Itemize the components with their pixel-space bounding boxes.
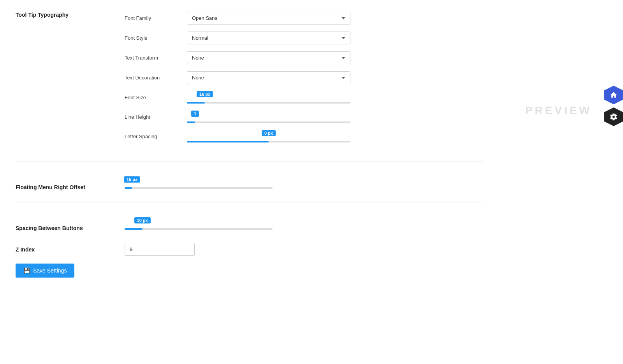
font-size-control: 16 px — [187, 91, 350, 104]
line-height-slider-container: 1 — [187, 111, 350, 123]
letter-spacing-control: 0 px — [187, 130, 350, 142]
text-decoration-select[interactable]: None Underline Overline Line-through — [187, 71, 350, 84]
line-height-label: Line Height — [125, 114, 187, 120]
line-height-control: 1 — [187, 111, 350, 123]
z-index-section: Z Index — [16, 243, 483, 256]
font-family-label: Font Family — [125, 15, 187, 21]
preview-text: PREVIEW — [525, 104, 592, 117]
spacing-buttons-label: Spacing Between Buttons — [16, 214, 125, 231]
font-size-label: Font Size — [125, 95, 187, 100]
typography-controls: Font Family Open Sans Arial Helvetica Ge… — [125, 12, 483, 149]
letter-spacing-badge: 0 px — [262, 130, 276, 136]
line-height-row: Line Height 1 — [125, 111, 483, 123]
home-button[interactable] — [604, 86, 623, 104]
spacing-buttons-track — [125, 228, 273, 230]
font-size-slider[interactable] — [187, 99, 350, 107]
z-index-input[interactable] — [125, 243, 195, 256]
side-buttons-container — [604, 86, 623, 126]
letter-spacing-slider[interactable] — [187, 138, 350, 146]
font-family-control: Open Sans Arial Helvetica Georgia Times … — [187, 12, 350, 25]
home-icon — [610, 91, 618, 99]
z-index-label: Z Index — [16, 246, 125, 253]
text-transform-label: Text Transform — [125, 55, 187, 61]
line-height-track — [187, 121, 350, 123]
spacing-buttons-control: 10 px — [125, 214, 273, 230]
letter-spacing-track — [187, 141, 350, 142]
text-decoration-row: Text Decoration None Underline Overline … — [125, 71, 483, 84]
settings-button[interactable] — [604, 107, 623, 126]
text-decoration-control: None Underline Overline Line-through — [187, 71, 350, 84]
main-content: Tool Tip Typography Font Family Open San… — [16, 12, 483, 348]
font-style-label: Font Style — [125, 35, 187, 41]
text-decoration-label: Text Decoration — [125, 75, 187, 81]
divider-1 — [16, 161, 483, 162]
font-family-select[interactable]: Open Sans Arial Helvetica Georgia Times … — [187, 12, 350, 25]
page-wrapper: Tool Tip Typography Font Family Open San… — [0, 0, 623, 364]
font-size-row: Font Size 16 px — [125, 91, 483, 104]
font-style-control: Normal Italic Oblique — [187, 32, 350, 44]
floating-menu-offset-slider-container: 15 px — [125, 176, 273, 189]
letter-spacing-row: Letter Spacing 0 px — [125, 130, 483, 142]
floating-menu-offset-slider[interactable] — [125, 184, 273, 192]
floating-menu-offset-control: 15 px — [125, 173, 273, 189]
text-transform-row: Text Transform None Uppercase Lowercase … — [125, 51, 483, 64]
divider-2 — [16, 202, 483, 202]
tooltip-typography-label: Tool Tip Typography — [16, 9, 69, 18]
floating-menu-offset-badge: 15 px — [124, 176, 140, 183]
floating-menu-offset-label: Floating Menu Right Offset — [16, 173, 125, 190]
font-size-track — [187, 102, 350, 104]
spacing-buttons-slider-container: 10 px — [125, 217, 273, 230]
settings-icon — [610, 113, 618, 121]
font-style-row: Font Style Normal Italic Oblique — [125, 32, 483, 44]
font-size-badge: 16 px — [197, 91, 213, 97]
save-icon: 💾 — [23, 267, 30, 274]
spacing-buttons-section: Spacing Between Buttons 10 px — [16, 214, 483, 231]
font-style-select[interactable]: Normal Italic Oblique — [187, 32, 350, 44]
tooltip-typography-section: Tool Tip Typography Font Family Open San… — [16, 12, 483, 149]
font-family-row: Font Family Open Sans Arial Helvetica Ge… — [125, 12, 483, 25]
letter-spacing-slider-container: 0 px — [187, 130, 350, 142]
spacing-buttons-slider[interactable] — [125, 225, 273, 233]
floating-menu-offset-section: Floating Menu Right Offset 15 px — [16, 173, 483, 190]
text-transform-select[interactable]: None Uppercase Lowercase Capitalize — [187, 51, 350, 64]
save-settings-button[interactable]: 💾 Save Settings — [16, 264, 74, 278]
z-index-control — [125, 243, 273, 256]
font-size-slider-container: 16 px — [187, 91, 350, 104]
save-button-label: Save Settings — [33, 267, 67, 274]
letter-spacing-label: Letter Spacing — [125, 134, 187, 139]
line-height-slider[interactable] — [187, 118, 350, 126]
spacing-buttons-badge: 10 px — [134, 217, 151, 223]
text-transform-control: None Uppercase Lowercase Capitalize — [187, 51, 350, 64]
line-height-badge: 1 — [191, 111, 199, 117]
floating-menu-offset-track — [125, 187, 273, 189]
